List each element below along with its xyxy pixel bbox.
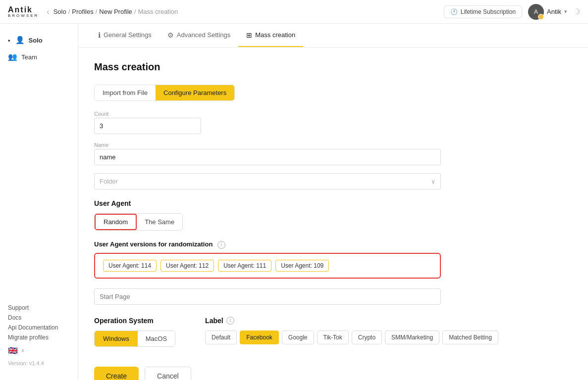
ua-tag-109[interactable]: User Agent: 109	[275, 260, 329, 272]
configure-parameters-button[interactable]: Configure Parameters	[156, 85, 234, 100]
clock-icon: 🕐	[450, 8, 458, 15]
os-windows-button[interactable]: Windows	[95, 331, 138, 346]
avatar-badge	[538, 14, 544, 20]
chevron-down-icon: ▾	[564, 8, 567, 15]
folder-chevron-icon: ∨	[431, 178, 435, 185]
import-from-file-button[interactable]: Import from File	[95, 85, 156, 100]
ua-toggle-group: Random The Same	[94, 213, 183, 231]
info-tab-icon: ℹ	[98, 31, 101, 39]
avatar: A	[528, 4, 544, 20]
start-page-input[interactable]	[94, 288, 441, 305]
cancel-button[interactable]: Cancel	[145, 367, 191, 380]
user-agent-heading: User Agent	[94, 199, 572, 207]
count-label: Count	[94, 111, 572, 117]
user-name: Antik	[547, 8, 561, 15]
tab-mass-label: Mass creation	[255, 31, 295, 39]
name-input[interactable]	[94, 149, 441, 165]
support-link[interactable]: Support	[8, 304, 70, 311]
grid-tab-icon: ⊞	[246, 31, 252, 39]
ua-versions-label-row: User Agent versions for randomization i	[94, 240, 572, 249]
ua-same-button[interactable]: The Same	[137, 214, 182, 230]
name-field-group: Name	[94, 142, 572, 165]
user-area[interactable]: A Antik ▾	[528, 4, 567, 20]
sidebar-team-label: Team	[21, 53, 37, 61]
logo-antik: Antik	[8, 6, 39, 14]
sidebar-item-team[interactable]: 👥 Team	[0, 48, 78, 65]
os-heading: Operation System	[94, 317, 175, 325]
api-docs-link[interactable]: Api Documentation	[8, 324, 70, 331]
logo-browser: BROWSER	[8, 14, 39, 18]
version-label: Version: v1.4.4	[8, 360, 70, 366]
ua-tag-111[interactable]: User Agent: 111	[218, 260, 271, 272]
label-tiktok[interactable]: Tik-Tok	[317, 331, 349, 344]
subscription-button[interactable]: 🕐 Lifetime Subscription	[444, 5, 522, 18]
ua-versions-container: User Agent: 114 User Agent: 112 User Age…	[94, 253, 441, 279]
breadcrumb-solo[interactable]: Solo	[53, 8, 66, 15]
breadcrumb-new-profile[interactable]: New Profile	[99, 8, 132, 15]
topbar-right: 🕐 Lifetime Subscription A Antik ▾ ☽	[444, 4, 580, 20]
tab-general[interactable]: ℹ General Settings	[90, 24, 160, 47]
os-section: Operation System Windows MacOS	[94, 317, 175, 347]
sidebar-bottom: Support Docs Api Documentation Migrate p…	[0, 298, 78, 372]
breadcrumb: Solo / Profiles / New Profile / Mass cre…	[53, 8, 178, 15]
ua-versions-info-icon[interactable]: i	[217, 241, 225, 249]
sidebar-nav: 👤 Solo 👥 Team	[0, 32, 78, 298]
label-google[interactable]: Google	[282, 331, 314, 344]
label-facebook[interactable]: Facebook	[240, 331, 279, 344]
ua-tag-114[interactable]: User Agent: 114	[103, 260, 157, 272]
app-logo: Antik BROWSER	[8, 6, 39, 18]
team-icon: 👥	[8, 52, 17, 61]
breadcrumb-profiles[interactable]: Profiles	[72, 8, 93, 15]
page-title: Mass creation	[94, 61, 572, 73]
tab-general-label: General Settings	[104, 31, 152, 39]
sidebar-item-solo[interactable]: 👤 Solo	[0, 32, 78, 48]
subscription-label: Lifetime Subscription	[461, 8, 516, 15]
action-buttons: Import from File Configure Parameters	[94, 85, 235, 101]
label-section: Label i Default Facebook Google Tik-Tok …	[205, 317, 498, 347]
ua-tag-112[interactable]: User Agent: 112	[160, 260, 214, 272]
label-matched-betting[interactable]: Matched Betting	[442, 331, 498, 344]
sidebar-solo-label: Solo	[29, 37, 43, 44]
breadcrumb-mass-creation: Mass creation	[138, 8, 178, 15]
ua-random-button[interactable]: Random	[95, 214, 137, 230]
bottom-actions: Create Cancel	[94, 359, 572, 380]
ua-versions-heading: User Agent versions for randomization	[94, 240, 213, 248]
back-button[interactable]: ‹	[47, 7, 49, 16]
page-content: Mass creation Import from File Configure…	[78, 48, 588, 380]
label-default[interactable]: Default	[205, 331, 237, 344]
two-col-section: Operation System Windows MacOS Label i D…	[94, 317, 572, 347]
count-field-group: Count	[94, 111, 572, 134]
folder-select[interactable]: Folder ∨	[94, 173, 441, 190]
tabs-bar: ℹ General Settings ⚙ Advanced Settings ⊞…	[78, 24, 588, 48]
user-icon: 👤	[15, 36, 25, 45]
create-button[interactable]: Create	[94, 367, 139, 380]
gear-tab-icon: ⚙	[167, 31, 174, 39]
migrate-link[interactable]: Migrate profiles	[8, 334, 70, 341]
tab-mass[interactable]: ⊞ Mass creation	[238, 24, 303, 47]
label-info-icon[interactable]: i	[226, 317, 234, 325]
label-smm[interactable]: SMM/Marketing	[385, 331, 439, 344]
tab-advanced[interactable]: ⚙ Advanced Settings	[160, 24, 238, 47]
name-label: Name	[94, 142, 572, 148]
label-heading: Label	[205, 317, 223, 325]
content-area: ℹ General Settings ⚙ Advanced Settings ⊞…	[78, 24, 588, 380]
tab-advanced-label: Advanced Settings	[177, 31, 230, 39]
os-toggle-group: Windows MacOS	[94, 331, 175, 347]
label-crypto[interactable]: Crypto	[352, 331, 382, 344]
docs-link[interactable]: Docs	[8, 314, 70, 321]
os-macos-button[interactable]: MacOS	[138, 331, 175, 346]
label-options-group: Default Facebook Google Tik-Tok Crypto S…	[205, 331, 498, 344]
language-row: 🇬🇧 ∧	[8, 346, 70, 355]
expand-icon[interactable]: ∧	[21, 347, 25, 354]
folder-placeholder: Folder	[100, 178, 118, 185]
dark-mode-toggle[interactable]: ☽	[573, 7, 580, 16]
count-input[interactable]	[94, 118, 201, 134]
flag-icon[interactable]: 🇬🇧	[8, 346, 18, 355]
sidebar: 👤 Solo 👥 Team Support Docs Api Documenta…	[0, 24, 78, 380]
